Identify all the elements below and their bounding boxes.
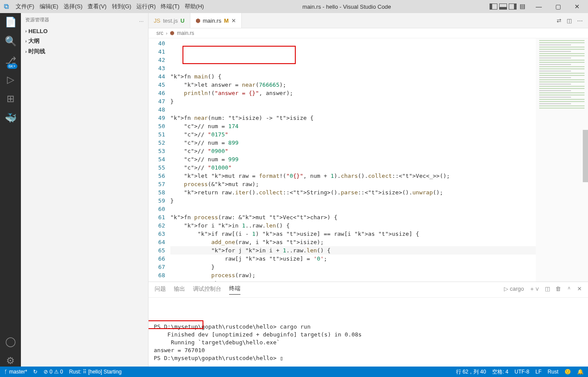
js-file-icon: JS (154, 17, 160, 24)
status-bell-icon[interactable]: 🔔 (577, 369, 584, 375)
rust-file-icon: ⬢ (170, 30, 174, 36)
tab-mainrs[interactable]: ⬢ main.rs M ✕ (190, 13, 242, 28)
status-problems[interactable]: ⊘ 0 ⚠ 0 (44, 369, 63, 375)
account-icon[interactable]: ◯ (5, 336, 16, 347)
tab-close-icon[interactable]: ✕ (231, 17, 236, 24)
breadcrumb-item[interactable]: main.rs (177, 30, 194, 36)
close-panel-icon[interactable]: ✕ (577, 285, 582, 294)
menu-file[interactable]: 文件(F) (16, 3, 34, 10)
editor-area: JS test.js U ⬢ main.rs M ✕ ⇄ ◫ ⋯ src › ⬢… (149, 13, 588, 367)
status-branch[interactable]: ᚶ master* (4, 369, 27, 375)
tab-status: M (224, 17, 229, 24)
tab-bar: JS test.js U ⬢ main.rs M ✕ ⇄ ◫ ⋯ (149, 13, 588, 28)
minimap-scrollbar[interactable] (583, 130, 588, 182)
code-content[interactable]: "k">fn main() { "k">let answer = near(76… (170, 38, 536, 282)
panel-tab-output[interactable]: 输出 (174, 285, 185, 295)
terminal-profile[interactable]: ▷ cargo (504, 285, 524, 294)
rust-file-icon: ⬢ (196, 17, 200, 24)
layout-right-icon[interactable] (509, 3, 517, 10)
menu-goto[interactable]: 转到(G) (112, 3, 132, 10)
status-spaces[interactable]: 空格: 4 (492, 368, 508, 376)
menu-select[interactable]: 选择(S) (64, 3, 82, 10)
chevron-right-icon: › (166, 31, 167, 36)
maximize-panel-icon[interactable]: ＾ (566, 285, 572, 295)
status-bar: ᚶ master* ↻ ⊘ 0 ⚠ 0 Rust: ⠿ [hello] Star… (0, 367, 588, 377)
panel: 问题 输出 调试控制台 终端 ▷ cargo ＋∨ ◫ 🗑 ＾ ✕ PS D:\… (149, 282, 588, 367)
titlebar: ⧉ 文件(F) 编辑(E) 选择(S) 查看(V) 转到(G) 运行(R) 终端… (0, 0, 588, 13)
breadcrumb[interactable]: src › ⬢ main.rs (149, 28, 588, 38)
panel-tab-problems[interactable]: 问题 (155, 285, 166, 295)
tab-label: test.js (163, 17, 178, 24)
panel-tab-debug[interactable]: 调试控制台 (193, 285, 221, 295)
line-gutter: 4041424344454647484950515253545556575859… (149, 38, 170, 282)
sidebar-item-hello[interactable]: › HELLO (21, 27, 148, 36)
split-icon[interactable]: ◫ (567, 17, 572, 24)
menu-help[interactable]: 帮助(H) (185, 3, 204, 10)
search-icon[interactable]: 🔍 (5, 36, 17, 47)
menu-bar: 文件(F) 编辑(E) 选择(S) 查看(V) 转到(G) 运行(R) 终端(T… (14, 3, 204, 10)
status-encoding[interactable]: UTF-8 (514, 369, 529, 375)
sidebar-more-icon[interactable]: … (139, 17, 144, 23)
terminal-content[interactable]: PS D:\mysetup\gopath\rustcode\hello> car… (149, 298, 588, 367)
layout-customize-icon[interactable]: ▤ (518, 3, 526, 10)
kill-terminal-icon[interactable]: 🗑 (555, 285, 561, 294)
tab-actions: ⇄ ◫ ⋯ (551, 13, 588, 28)
extensions-icon[interactable]: ⊞ (7, 93, 14, 105)
window-title: main.rs - hello - Visual Studio Code (206, 3, 488, 10)
status-sync[interactable]: ↻ (33, 369, 37, 375)
close-icon[interactable]: ✕ (570, 3, 585, 10)
sidebar-title: 资源管理器 (25, 17, 49, 23)
tab-status: U (180, 17, 184, 24)
chevron-right-icon: › (25, 49, 27, 54)
menu-terminal[interactable]: 终端(T) (161, 3, 179, 10)
status-eol[interactable]: LF (535, 369, 541, 375)
sidebar-item-label: HELLO (28, 28, 47, 34)
tab-testjs[interactable]: JS test.js U (149, 13, 190, 28)
sidebar-header: 资源管理器 … (21, 13, 148, 27)
menu-view[interactable]: 查看(V) (88, 3, 106, 10)
sidebar: 资源管理器 … › HELLO › 大纲 › 时间线 (21, 13, 149, 367)
settings-icon[interactable]: ⚙ (6, 355, 15, 367)
window-controls: — ▢ ✕ (531, 3, 585, 10)
sidebar-item-outline[interactable]: › 大纲 (21, 36, 148, 46)
minimap[interactable] (536, 38, 588, 282)
menu-edit[interactable]: 编辑(E) (40, 3, 58, 10)
new-terminal-icon[interactable]: ＋∨ (529, 285, 540, 295)
sidebar-item-timeline[interactable]: › 时间线 (21, 46, 148, 57)
status-line-col[interactable]: 行 62，列 40 (456, 368, 486, 376)
split-terminal-icon[interactable]: ◫ (545, 285, 550, 294)
layout-left-icon[interactable] (490, 3, 497, 10)
minimize-icon[interactable]: — (531, 3, 546, 10)
status-lang[interactable]: Rust (547, 369, 558, 375)
sidebar-item-label: 时间线 (28, 48, 45, 55)
scm-badge: 6K+ (7, 64, 17, 69)
chevron-right-icon: › (25, 39, 27, 44)
more-icon[interactable]: ⋯ (577, 17, 583, 24)
vscode-logo-icon: ⧉ (0, 3, 12, 10)
tab-label: main.rs (203, 17, 222, 24)
status-rust[interactable]: Rust: ⠿ [hello] Starting (69, 369, 122, 375)
menu-run[interactable]: 运行(R) (136, 3, 155, 10)
chevron-right-icon: › (25, 29, 27, 34)
panel-tab-terminal[interactable]: 终端 (229, 285, 240, 295)
explorer-icon[interactable]: 📄 (5, 17, 17, 28)
compare-icon[interactable]: ⇄ (557, 17, 561, 24)
maximize-icon[interactable]: ▢ (551, 3, 565, 10)
highlight-box-code (182, 46, 296, 64)
debug-icon[interactable]: ▷ (7, 74, 14, 85)
panel-tabs: 问题 输出 调试控制台 终端 ▷ cargo ＋∨ ◫ 🗑 ＾ ✕ (149, 282, 588, 298)
status-feedback-icon[interactable]: 🙂 (564, 369, 571, 375)
code-editor[interactable]: 4041424344454647484950515253545556575859… (149, 38, 588, 282)
breadcrumb-item[interactable]: src (156, 30, 163, 36)
highlight-box-terminal (149, 320, 203, 329)
source-control-icon[interactable]: ⎇6K+ (5, 55, 16, 66)
layout-bottom-icon[interactable] (499, 3, 507, 10)
sidebar-item-label: 大纲 (28, 37, 40, 45)
docker-icon[interactable]: 🐳 (5, 112, 17, 124)
layout-icons: ▤ (490, 3, 526, 10)
activity-bar: 📄 🔍 ⎇6K+ ▷ ⊞ 🐳 ◯ ⚙ (0, 13, 21, 367)
